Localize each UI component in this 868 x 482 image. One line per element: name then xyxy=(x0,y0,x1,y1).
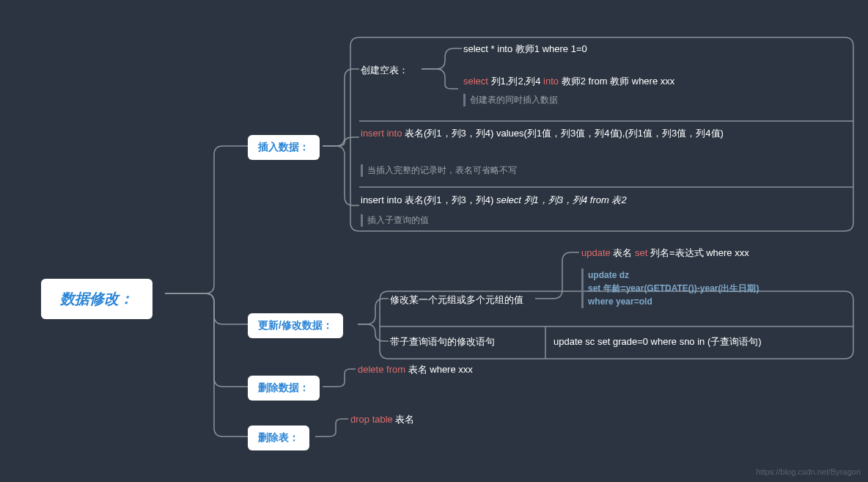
branch-update: 更新/修改数据： xyxy=(248,313,343,338)
insert-values: insert into 表名(列1，列3，列4) values(列1值，列3值，… xyxy=(361,126,845,142)
create-empty-label: 创建空表： xyxy=(361,64,408,77)
watermark: https://blog.csdn.net/Byragon xyxy=(757,467,861,476)
connector-lines xyxy=(0,0,868,482)
branch-delete-data: 删除数据： xyxy=(248,376,320,401)
insert-select: insert into 表名(列1，列3，列4) select 列1，列3，列4… xyxy=(361,194,627,207)
update-code: update dz set 年龄=year(GETDATE())-year(出生… xyxy=(581,269,759,308)
root-node: 数据修改： xyxy=(41,279,152,319)
create-empty-note: 创建表的同时插入数据 xyxy=(463,94,558,106)
create-empty-line1: select * into 教师1 where 1=0 xyxy=(463,43,587,56)
insert-values-note: 当插入完整的记录时，表名可省略不写 xyxy=(361,164,517,177)
update-sub-label: 带子查询语句的修改语句 xyxy=(390,335,495,348)
branch-insert: 插入数据： xyxy=(248,135,320,160)
update-top: update 表名 set 列名=表达式 where xxx xyxy=(581,247,749,260)
create-empty-line2: select 列1,列2,列4 into 教师2 from 教师 where x… xyxy=(463,75,674,88)
delete-stmt: delete from 表名 where xxx xyxy=(358,363,473,376)
update-mid-label: 修改某一个元组或多个元组的值 xyxy=(390,293,523,307)
branch-drop-table: 删除表： xyxy=(248,426,309,450)
insert-select-note: 插入子查询的值 xyxy=(361,214,429,227)
drop-stmt: drop table 表名 xyxy=(350,413,414,426)
update-sub-stmt: update sc set grade=0 where sno in (子查询语… xyxy=(553,335,762,348)
